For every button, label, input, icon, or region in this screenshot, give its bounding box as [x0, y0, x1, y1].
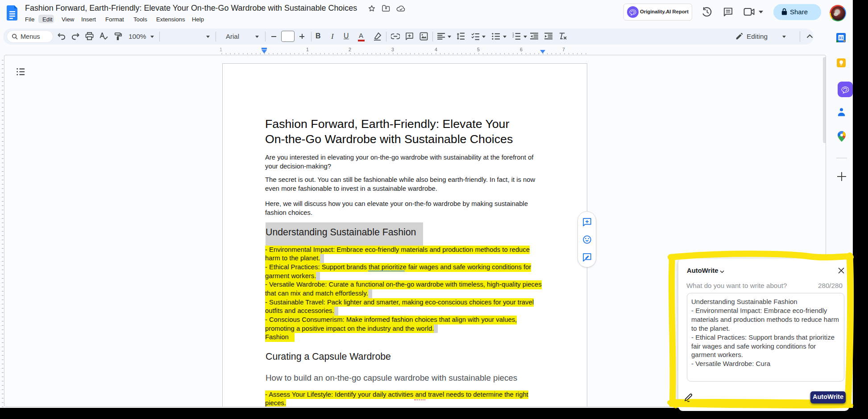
- svg-text:2: 2: [512, 35, 514, 38]
- svg-text:31: 31: [839, 35, 843, 40]
